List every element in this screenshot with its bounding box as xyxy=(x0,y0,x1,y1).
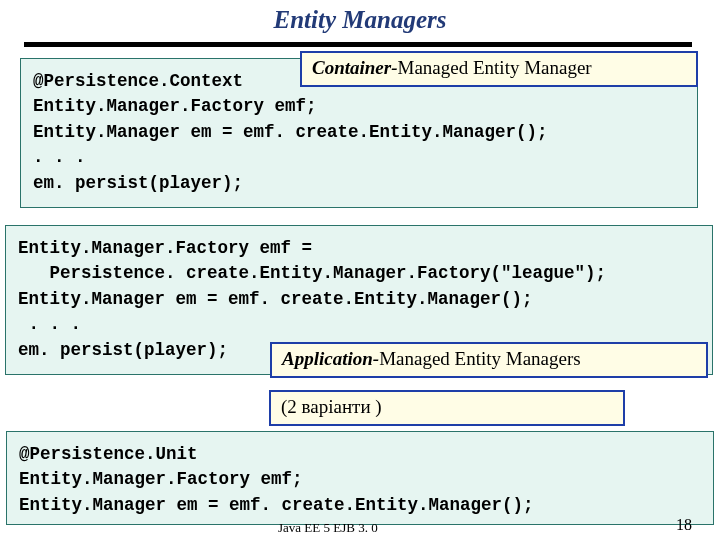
code-block-3: @Persistence.Unit Entity.Manager.Factory… xyxy=(6,431,714,525)
footer-text: Java EE 5 EJB 3. 0 xyxy=(278,520,378,536)
label1-strong: Container- xyxy=(312,57,398,78)
label2-strong: Application- xyxy=(282,348,379,369)
slide-title: Entity Managers xyxy=(0,0,720,34)
label2-rest: Managed Entity Managers xyxy=(379,348,581,369)
label1-rest: Managed Entity Manager xyxy=(398,57,592,78)
label-two-variants: (2 варіанти ) xyxy=(269,390,625,426)
page-number: 18 xyxy=(676,516,692,534)
divider xyxy=(24,42,692,47)
slide: Entity Managers @Persistence.Context Ent… xyxy=(0,0,720,540)
label-container-managed: Container-Managed Entity Manager xyxy=(300,51,698,87)
label-application-managed: Application-Managed Entity Managers xyxy=(270,342,708,378)
